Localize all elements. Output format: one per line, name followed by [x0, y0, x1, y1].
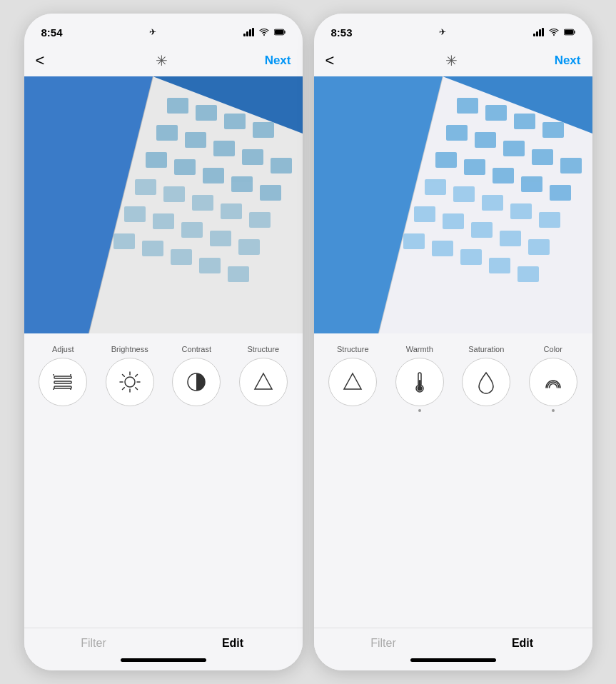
battery-icon-2 [564, 28, 575, 36]
svg-rect-61 [514, 114, 535, 129]
next-button-1[interactable]: Next [265, 54, 291, 68]
tool-labels-row-1: Adjust Brightness Contrast Structure [24, 345, 303, 358]
tool-labels-row-2: Structure Warmth Saturation Color [314, 345, 592, 358]
svg-rect-33 [228, 266, 249, 282]
tab-filter-1[interactable]: Filter [24, 637, 163, 650]
svg-rect-87 [517, 266, 539, 282]
svg-rect-25 [153, 213, 174, 229]
tool-color[interactable] [520, 358, 587, 406]
warmth-circle[interactable] [395, 358, 444, 406]
svg-marker-90 [344, 373, 361, 389]
tools-scroll-2: Structure Warmth Saturation Color [314, 345, 592, 628]
building-image-1 [24, 76, 303, 333]
tool-structure-2[interactable] [320, 358, 387, 406]
edit-tools-1: Adjust Brightness Contrast Structure [24, 333, 303, 670]
svg-rect-80 [471, 222, 493, 238]
dot-1 [30, 409, 97, 412]
home-bar-1 [121, 658, 206, 662]
svg-rect-19 [135, 179, 156, 195]
structure-circle[interactable] [239, 358, 288, 406]
svg-rect-17 [231, 176, 253, 192]
structure-circle-2[interactable] [328, 358, 377, 406]
svg-rect-83 [403, 233, 425, 249]
svg-line-51 [122, 388, 124, 390]
svg-line-50 [135, 375, 137, 377]
svg-rect-60 [485, 105, 507, 121]
time-1: 8:54 [41, 26, 63, 39]
label-adjust: Adjust [30, 345, 97, 358]
tool-icons-row-1 [24, 358, 303, 406]
svg-rect-76 [510, 203, 532, 219]
svg-rect-81 [500, 231, 521, 246]
label-saturation: Saturation [453, 345, 520, 358]
svg-rect-28 [238, 239, 260, 255]
svg-rect-20 [163, 186, 185, 202]
bottom-tabs-2: Filter Edit [314, 628, 592, 653]
nav-bar-1: < ✳ Next [24, 45, 303, 76]
bottom-tabs-1: Filter Edit [24, 628, 303, 653]
brightness-circle[interactable] [106, 358, 154, 406]
svg-rect-10 [185, 132, 206, 148]
adjust-circle[interactable] [39, 358, 87, 406]
dot-4 [230, 409, 297, 412]
svg-rect-11 [213, 141, 235, 156]
status-bar-1: 8:54 ✈ [24, 14, 303, 45]
tool-structure[interactable] [230, 358, 297, 406]
signal-icon-2 [533, 28, 544, 36]
dot-6 [386, 409, 453, 412]
svg-rect-26 [181, 222, 203, 238]
label-structure-2: Structure [320, 345, 387, 358]
saturation-icon [473, 369, 499, 395]
svg-rect-31 [171, 249, 192, 265]
saturation-circle[interactable] [462, 358, 510, 406]
svg-rect-84 [432, 241, 453, 256]
signal-icon-1 [243, 28, 254, 36]
tool-contrast[interactable] [163, 358, 231, 406]
building-image-2 [314, 76, 592, 333]
photo-preview-2 [314, 76, 592, 333]
contrast-circle[interactable] [172, 358, 221, 406]
svg-rect-69 [464, 159, 485, 175]
svg-rect-36 [54, 376, 71, 378]
tab-filter-2[interactable]: Filter [314, 637, 453, 650]
status-bar-2: 8:53 ✈ [314, 14, 592, 45]
svg-rect-9 [156, 125, 178, 141]
svg-rect-82 [528, 239, 550, 255]
back-button-1[interactable]: < [36, 51, 59, 70]
next-button-2[interactable]: Next [555, 54, 581, 68]
svg-rect-13 [271, 158, 292, 173]
svg-rect-59 [457, 98, 478, 114]
svg-rect-75 [482, 195, 503, 211]
battery-icon-1 [274, 28, 286, 36]
tool-saturation[interactable] [453, 358, 520, 406]
back-button-2[interactable]: < [325, 51, 348, 70]
tool-brightness[interactable] [96, 358, 163, 406]
dots-row-1 [24, 406, 303, 412]
tools-scroll-1: Adjust Brightness Contrast Structure [24, 345, 303, 628]
tool-adjust[interactable] [30, 358, 97, 406]
contrast-icon [183, 369, 209, 395]
phone-1: 8:54 ✈ < [24, 14, 303, 670]
svg-rect-23 [249, 212, 271, 228]
svg-rect-29 [113, 233, 135, 249]
tab-edit-2[interactable]: Edit [453, 637, 592, 650]
wifi-icon-2 [548, 28, 560, 36]
svg-rect-38 [54, 386, 71, 388]
label-color: Color [520, 345, 587, 358]
svg-rect-22 [221, 203, 242, 219]
structure-icon-2 [340, 369, 365, 395]
svg-rect-21 [192, 195, 213, 211]
svg-point-94 [417, 386, 422, 391]
status-icons-2 [533, 28, 575, 36]
nav-bar-2: < ✳ Next [314, 45, 592, 76]
status-icons-1 [243, 28, 286, 36]
color-circle[interactable] [529, 358, 577, 406]
svg-rect-30 [142, 241, 163, 256]
dot-3 [163, 409, 231, 412]
svg-rect-72 [550, 185, 571, 201]
dot-8 [520, 409, 587, 412]
tab-edit-1[interactable]: Edit [163, 637, 303, 650]
color-icon [540, 369, 566, 395]
tool-warmth[interactable] [386, 358, 453, 406]
structure-icon [251, 369, 276, 395]
